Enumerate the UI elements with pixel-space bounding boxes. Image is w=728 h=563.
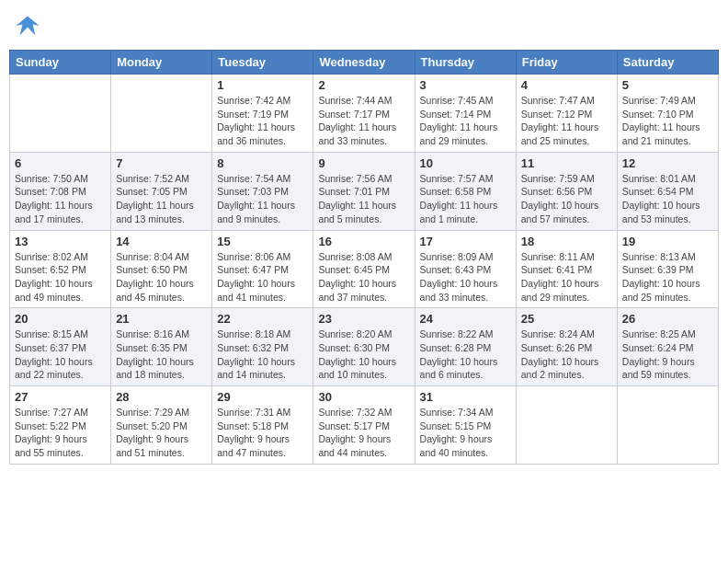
day-of-week-header: Sunday <box>10 51 111 75</box>
day-info: Sunrise: 7:31 AM Sunset: 5:18 PM Dayligh… <box>217 406 308 460</box>
logo <box>15 13 44 39</box>
day-info: Sunrise: 8:08 AM Sunset: 6:45 PM Dayligh… <box>318 250 409 304</box>
day-info: Sunrise: 8:16 AM Sunset: 6:35 PM Dayligh… <box>116 327 207 382</box>
day-number: 11 <box>521 156 612 170</box>
calendar-cell: 10Sunrise: 7:57 AM Sunset: 6:58 PM Dayli… <box>415 152 516 230</box>
calendar-cell: 15Sunrise: 8:06 AM Sunset: 6:47 PM Dayli… <box>212 230 313 308</box>
day-number: 27 <box>15 390 106 404</box>
day-number: 28 <box>116 390 207 404</box>
day-info: Sunrise: 8:22 AM Sunset: 6:28 PM Dayligh… <box>420 327 511 382</box>
calendar-cell: 31Sunrise: 7:34 AM Sunset: 5:15 PM Dayli… <box>415 386 516 465</box>
day-number: 26 <box>622 312 713 326</box>
day-number: 18 <box>521 235 612 248</box>
calendar-cell: 30Sunrise: 7:32 AM Sunset: 5:17 PM Dayli… <box>313 386 415 465</box>
day-info: Sunrise: 7:54 AM Sunset: 7:03 PM Dayligh… <box>217 172 308 226</box>
calendar-cell: 5Sunrise: 7:49 AM Sunset: 7:10 PM Daylig… <box>617 75 718 153</box>
day-info: Sunrise: 8:02 AM Sunset: 6:52 PM Dayligh… <box>15 250 106 304</box>
calendar-cell: 8Sunrise: 7:54 AM Sunset: 7:03 PM Daylig… <box>212 152 313 230</box>
day-info: Sunrise: 7:56 AM Sunset: 7:01 PM Dayligh… <box>318 172 409 226</box>
calendar-cell: 23Sunrise: 8:20 AM Sunset: 6:30 PM Dayli… <box>313 308 415 386</box>
day-number: 23 <box>318 312 409 326</box>
calendar-cell: 4Sunrise: 7:47 AM Sunset: 7:12 PM Daylig… <box>516 75 617 153</box>
day-info: Sunrise: 8:25 AM Sunset: 6:24 PM Dayligh… <box>622 327 713 382</box>
day-info: Sunrise: 8:18 AM Sunset: 6:32 PM Dayligh… <box>217 327 308 382</box>
calendar-cell: 19Sunrise: 8:13 AM Sunset: 6:39 PM Dayli… <box>617 230 718 308</box>
day-info: Sunrise: 7:29 AM Sunset: 5:20 PM Dayligh… <box>116 406 207 460</box>
day-number: 20 <box>15 312 106 326</box>
day-info: Sunrise: 8:06 AM Sunset: 6:47 PM Dayligh… <box>217 250 308 304</box>
day-number: 16 <box>318 235 409 248</box>
calendar-cell: 9Sunrise: 7:56 AM Sunset: 7:01 PM Daylig… <box>313 152 415 230</box>
calendar-cell: 6Sunrise: 7:50 AM Sunset: 7:08 PM Daylig… <box>10 152 111 230</box>
day-info: Sunrise: 8:11 AM Sunset: 6:41 PM Dayligh… <box>521 250 612 304</box>
calendar-cell: 24Sunrise: 8:22 AM Sunset: 6:28 PM Dayli… <box>415 308 516 386</box>
day-number: 15 <box>217 235 308 248</box>
day-info: Sunrise: 7:47 AM Sunset: 7:12 PM Dayligh… <box>521 94 612 148</box>
calendar-cell <box>516 386 617 465</box>
day-info: Sunrise: 7:45 AM Sunset: 7:14 PM Dayligh… <box>420 94 511 148</box>
calendar-cell: 20Sunrise: 8:15 AM Sunset: 6:37 PM Dayli… <box>10 308 111 386</box>
day-number: 24 <box>420 312 511 326</box>
calendar-cell: 21Sunrise: 8:16 AM Sunset: 6:35 PM Dayli… <box>111 308 212 386</box>
calendar-cell: 13Sunrise: 8:02 AM Sunset: 6:52 PM Dayli… <box>10 230 111 308</box>
calendar-cell: 28Sunrise: 7:29 AM Sunset: 5:20 PM Dayli… <box>111 386 212 465</box>
day-info: Sunrise: 7:42 AM Sunset: 7:19 PM Dayligh… <box>217 94 308 148</box>
calendar-cell <box>10 75 111 153</box>
calendar-cell: 29Sunrise: 7:31 AM Sunset: 5:18 PM Dayli… <box>212 386 313 465</box>
day-of-week-header: Thursday <box>415 51 516 75</box>
calendar-cell: 26Sunrise: 8:25 AM Sunset: 6:24 PM Dayli… <box>617 308 718 386</box>
page-header <box>9 9 719 42</box>
day-of-week-header: Wednesday <box>313 51 415 75</box>
day-number: 6 <box>15 156 106 170</box>
calendar-cell: 3Sunrise: 7:45 AM Sunset: 7:14 PM Daylig… <box>415 75 516 153</box>
day-info: Sunrise: 7:34 AM Sunset: 5:15 PM Dayligh… <box>420 406 511 460</box>
day-number: 12 <box>622 156 713 170</box>
day-of-week-header: Saturday <box>617 51 718 75</box>
day-number: 9 <box>318 156 409 170</box>
day-info: Sunrise: 7:44 AM Sunset: 7:17 PM Dayligh… <box>318 94 409 148</box>
day-info: Sunrise: 8:01 AM Sunset: 6:54 PM Dayligh… <box>622 172 713 226</box>
calendar-cell: 1Sunrise: 7:42 AM Sunset: 7:19 PM Daylig… <box>212 75 313 153</box>
day-number: 30 <box>318 390 409 404</box>
day-number: 29 <box>217 390 308 404</box>
day-info: Sunrise: 8:13 AM Sunset: 6:39 PM Dayligh… <box>622 250 713 304</box>
day-of-week-header: Friday <box>516 51 617 75</box>
calendar-cell: 11Sunrise: 7:59 AM Sunset: 6:56 PM Dayli… <box>516 152 617 230</box>
day-number: 25 <box>521 312 612 326</box>
day-number: 19 <box>622 235 713 248</box>
calendar-cell: 27Sunrise: 7:27 AM Sunset: 5:22 PM Dayli… <box>10 386 111 465</box>
day-info: Sunrise: 7:57 AM Sunset: 6:58 PM Dayligh… <box>420 172 511 226</box>
day-number: 14 <box>116 235 207 248</box>
calendar-cell <box>111 75 212 153</box>
day-number: 3 <box>420 78 511 92</box>
day-info: Sunrise: 8:15 AM Sunset: 6:37 PM Dayligh… <box>15 327 106 382</box>
day-number: 2 <box>318 78 409 92</box>
day-info: Sunrise: 7:52 AM Sunset: 7:05 PM Dayligh… <box>116 172 207 226</box>
calendar-cell: 7Sunrise: 7:52 AM Sunset: 7:05 PM Daylig… <box>111 152 212 230</box>
day-number: 4 <box>521 78 612 92</box>
calendar-cell: 16Sunrise: 8:08 AM Sunset: 6:45 PM Dayli… <box>313 230 415 308</box>
day-of-week-header: Monday <box>111 51 212 75</box>
day-number: 1 <box>217 78 308 92</box>
day-info: Sunrise: 7:32 AM Sunset: 5:17 PM Dayligh… <box>318 406 409 460</box>
calendar-cell <box>617 386 718 465</box>
day-info: Sunrise: 7:59 AM Sunset: 6:56 PM Dayligh… <box>521 172 612 226</box>
day-info: Sunrise: 8:24 AM Sunset: 6:26 PM Dayligh… <box>521 327 612 382</box>
day-number: 5 <box>622 78 713 92</box>
svg-marker-0 <box>16 17 39 36</box>
day-info: Sunrise: 7:49 AM Sunset: 7:10 PM Dayligh… <box>622 94 713 148</box>
day-number: 10 <box>420 156 511 170</box>
day-number: 7 <box>116 156 207 170</box>
day-of-week-header: Tuesday <box>212 51 313 75</box>
day-number: 8 <box>217 156 308 170</box>
calendar-cell: 12Sunrise: 8:01 AM Sunset: 6:54 PM Dayli… <box>617 152 718 230</box>
day-number: 31 <box>420 390 511 404</box>
day-info: Sunrise: 7:27 AM Sunset: 5:22 PM Dayligh… <box>15 406 106 460</box>
day-info: Sunrise: 7:50 AM Sunset: 7:08 PM Dayligh… <box>15 172 106 226</box>
calendar-table: SundayMondayTuesdayWednesdayThursdayFrid… <box>9 50 719 465</box>
day-number: 13 <box>15 235 106 248</box>
calendar-cell: 22Sunrise: 8:18 AM Sunset: 6:32 PM Dayli… <box>212 308 313 386</box>
calendar-cell: 2Sunrise: 7:44 AM Sunset: 7:17 PM Daylig… <box>313 75 415 153</box>
calendar-cell: 14Sunrise: 8:04 AM Sunset: 6:50 PM Dayli… <box>111 230 212 308</box>
logo-icon <box>15 13 40 39</box>
